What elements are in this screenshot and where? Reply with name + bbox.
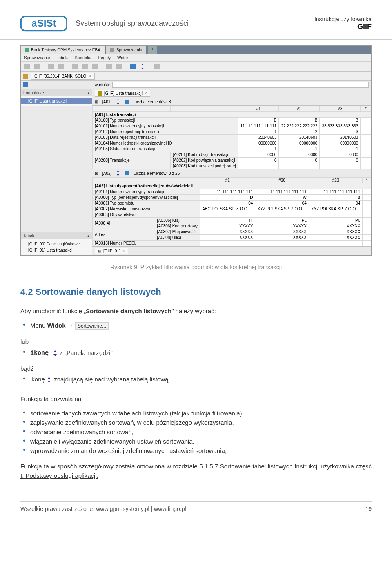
link-icon[interactable] [154, 64, 160, 69]
a0313-label: [A0313] Numer PESEL [93, 241, 200, 246]
window-icon [25, 48, 29, 52]
a02-section-header: [A02] Lista dysponentów/beneficjentów/wł… [93, 183, 371, 189]
toolbar [21, 62, 371, 72]
bullet-menu-widok: Menu Widok → Sortowanie... [30, 322, 372, 330]
feature-item: zapisywanie zdefiniowanych sortowań, w c… [30, 419, 372, 426]
footer-link-gpm[interactable]: www.gpm-systemy.pl [96, 506, 149, 512]
header-divider [0, 39, 392, 40]
menu-reguly[interactable]: Reguły [98, 56, 111, 60]
print-icon[interactable] [48, 64, 54, 69]
table-row: Adres[A0307] MiejscowośćXXXXXXXXXXXXXXX [93, 229, 371, 235]
feature-item: włączanie i wyłączanie zdefiniowanych us… [30, 438, 372, 445]
find-icon[interactable] [58, 64, 64, 69]
nav-left-icon[interactable] [106, 64, 112, 69]
badz-label: bądź [20, 364, 372, 373]
menu-bar: Sprawozdanie Tabela Komórka Reguły Widok [21, 54, 371, 62]
table-row: [A0303] Obywatelstwo [93, 212, 371, 218]
sort-icon[interactable] [116, 170, 121, 176]
doc-tab-icon [23, 74, 28, 79]
footer-tab-giif01[interactable]: ⊞ [GIIF_01] × [95, 248, 128, 254]
lock-icon [98, 91, 102, 96]
app-tab-add[interactable]: + [148, 46, 157, 54]
sort-double-icon [52, 350, 58, 356]
app-tab-bank[interactable]: Bank Testowy GPM Systemy bez EBA [21, 46, 105, 54]
sort-icon[interactable] [116, 99, 121, 105]
section-heading: 4.2 Sortowanie danych listowych [20, 287, 372, 297]
doc-icon [110, 48, 114, 52]
manual-label: Instrukcja użytkownika [314, 16, 372, 22]
a01-section-header: [A01] Lista transakcji [93, 112, 371, 118]
a01-table: #1 #2 #3 * [A01] Lista transakcji [A0100… [92, 106, 371, 169]
a02-table: #1 #20 #23 * [A02] Lista dysponentów/ben… [92, 177, 371, 246]
table-row: [A0300] Typ [beneficjent/dysponent/właśc… [93, 195, 371, 201]
a01-marker: ⊞ [95, 100, 98, 104]
doc-tab-label: GIIF [06.2014] BANK_SOLO [34, 74, 86, 78]
table-row: [A0200] Transakcje[A0201] Kod rodzaju tr… [93, 152, 371, 158]
table-row: [A0103] Data rejestracji transakcji20140… [93, 135, 371, 140]
bullet-ikone-panel: ikonę z „Panela narzędzi" [30, 349, 372, 357]
grid1-icon[interactable] [72, 64, 78, 69]
feature-item: wprowadzanie zmian do wcześniej zdefinio… [30, 447, 372, 454]
close-icon[interactable]: × [89, 74, 91, 78]
a02-label: [A02] [102, 171, 111, 176]
features-intro: Funkcja ta pozwala na: [20, 394, 372, 404]
save-all-icon[interactable] [34, 64, 40, 69]
sortowanie-menu-item: Sortowanie... [75, 322, 109, 330]
menu-tabela[interactable]: Tabela [56, 56, 68, 60]
close-icon[interactable]: × [145, 91, 147, 96]
sort-icon[interactable] [140, 64, 146, 69]
page-number: 19 [365, 506, 372, 512]
asist-logo: aSISt [20, 11, 67, 35]
collapse-icon: ▴ [87, 91, 89, 95]
doc-tab[interactable]: GIIF [06.2014] BANK_SOLO × [31, 73, 95, 80]
close-icon[interactable]: × [122, 249, 125, 253]
table-row: [A0104] Numer jednostki organizacyjnej I… [93, 140, 371, 146]
footer-link-fingo[interactable]: www.fingo.pl [154, 506, 186, 512]
inner-tab-lista[interactable]: [GIIF] Lista transakcji × [95, 90, 150, 97]
menu-komorka[interactable]: Komórka [75, 56, 91, 60]
lub-label: lub [20, 337, 372, 346]
nav-right-icon[interactable] [116, 64, 122, 69]
giif-mark: GIIF [314, 22, 372, 31]
screenshot-figure: Bank Testowy GPM Systemy bez EBA Sprawoz… [20, 45, 372, 256]
bullet-ikone-nad-tabela: ikonę znajdującą się nad wybraną tabelą … [30, 376, 372, 383]
grid3-icon[interactable] [92, 64, 98, 69]
svg-text:aSISt: aSISt [31, 18, 56, 29]
menu-widok[interactable]: Widok [117, 56, 129, 60]
table-row: [A0101] Numer ewidencyjny transakcji11 1… [93, 189, 371, 195]
save-icon[interactable] [24, 64, 30, 69]
feature-item: sortowanie danych zawartych w tabelach l… [30, 410, 372, 417]
side-tab-head[interactable]: Tabele▴ [21, 232, 92, 239]
funnel-icon[interactable] [23, 82, 28, 87]
figure-caption: Rysunek 9. Przykład filtrowania podmiotó… [20, 264, 372, 270]
table-row: [A0105] Status rekordu transakcji111 [93, 146, 371, 152]
table-row: [A0101] Numer ewidencyjny transakcji11 1… [93, 123, 371, 129]
wartosc-label: wartość: [95, 83, 110, 87]
filter-small-icon[interactable] [125, 100, 129, 104]
feature-item: odwracanie zdefiniowanych sortowań, [30, 428, 372, 435]
a01-count: Liczba elementów: 3 [134, 100, 171, 104]
table-row: [A0102] Numer rejestracji transakcji123 [93, 129, 371, 135]
side-form-head[interactable]: Formularze▴ [21, 89, 92, 96]
a01-label: [A01] [102, 100, 111, 104]
tree-item-giif-lista[interactable]: [GIIF] Lista transakcji [21, 98, 92, 104]
app-tab-sprawozdania-label: Sprawozdania [116, 48, 142, 52]
table-row: [A0302] Nazwisko, imię/nazwaABC POLSKA S… [93, 206, 371, 212]
app-tab-bank-label: Bank Testowy GPM Systemy bez EBA [31, 48, 100, 52]
grid2-icon[interactable] [82, 64, 88, 69]
footer-text: Wszelkie prawa zastrzeżone: www.gpm-syst… [20, 506, 186, 512]
tree-item-giif00[interactable]: [GIIF_00] Dane nagłówkowe [21, 241, 92, 247]
closing-paragraph: Funkcja ta w sposób szczegółowy została … [20, 462, 372, 481]
intro-paragraph: Aby uruchomić funkcję „Sortowanie danych… [20, 306, 372, 316]
filter-icon[interactable] [130, 64, 136, 69]
menu-sprawozdanie[interactable]: Sprawozdanie [24, 56, 50, 60]
app-tab-sprawozdania[interactable]: Sprawozdania [106, 46, 146, 54]
tree-item-giif01[interactable]: [GIIF_01] Lista transakcji [21, 247, 92, 253]
wartosc-input[interactable] [112, 82, 369, 88]
table-row: [A0100] Typ transakcjiBBB [93, 118, 371, 123]
collapse-icon: ▴ [87, 234, 89, 238]
grid-icon: ⊞ [98, 249, 101, 253]
sort-double-icon [47, 377, 52, 383]
filter-small-icon[interactable] [125, 171, 129, 175]
table-row: [A030 4][A0305] KrajITPLPL [93, 218, 371, 223]
